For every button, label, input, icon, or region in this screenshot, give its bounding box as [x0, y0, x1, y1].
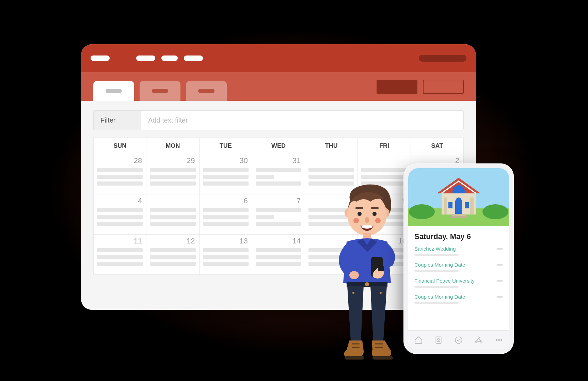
toolbar-secondary-button[interactable]	[423, 80, 464, 94]
day-header-thu: THU	[305, 138, 358, 154]
check-circle-icon[interactable]	[454, 336, 463, 345]
home-icon[interactable]	[414, 336, 423, 345]
event-subtext-placeholder	[414, 286, 459, 288]
svg-point-28	[482, 204, 508, 219]
window-topbar	[81, 44, 476, 72]
svg-rect-20	[372, 356, 393, 360]
calendar-day-headers: SUN MON TUE WED THU FRI SAT	[93, 138, 464, 154]
day-header-tue: TUE	[200, 138, 252, 154]
tab-3-label	[198, 89, 214, 93]
svg-point-7	[353, 218, 359, 223]
svg-point-42	[478, 337, 479, 338]
tab-1-label	[106, 89, 122, 93]
calendar-cell[interactable]: 14	[252, 235, 305, 275]
svg-point-12	[349, 271, 359, 279]
svg-point-9	[365, 217, 369, 223]
day-header-sun: SUN	[94, 138, 146, 154]
svg-point-16	[365, 282, 369, 286]
tab-bar	[81, 72, 476, 101]
calendar-cell[interactable]: 29	[146, 154, 199, 194]
network-icon[interactable]	[474, 336, 483, 345]
calendar-cell[interactable]: 30	[200, 154, 252, 194]
day-header-sat: SAT	[411, 138, 464, 154]
filter-row: Filter	[93, 110, 464, 130]
contacts-icon[interactable]	[434, 336, 443, 345]
tab-2-label	[152, 89, 168, 93]
svg-point-8	[375, 218, 381, 223]
svg-rect-38	[450, 216, 467, 218]
svg-rect-4	[371, 207, 379, 209]
event-title: Financial Peace University	[414, 278, 475, 284]
day-header-mon: MON	[146, 138, 199, 154]
svg-point-41	[455, 337, 462, 344]
svg-point-43	[475, 341, 477, 342]
tab-3[interactable]	[186, 81, 227, 101]
event-more-icon[interactable]	[497, 264, 503, 266]
filter-input[interactable]	[141, 111, 463, 130]
svg-rect-36	[465, 202, 469, 208]
phone-event-list: Saturday, May 6 Sanchez Wedding Couples …	[408, 226, 509, 330]
tab-1-active[interactable]	[93, 81, 134, 101]
calendar-cell[interactable]: 13	[200, 235, 252, 275]
svg-point-6	[372, 212, 377, 216]
event-more-icon[interactable]	[497, 296, 503, 298]
day-header-fri: FRI	[358, 138, 411, 154]
event-item[interactable]: Couples Morning Date	[414, 294, 503, 304]
topnav-item-2[interactable]	[161, 55, 178, 61]
calendar-cell[interactable]: 28	[94, 154, 146, 194]
svg-rect-35	[448, 202, 452, 208]
topnav-item-1[interactable]	[136, 55, 155, 61]
svg-point-40	[438, 338, 439, 340]
calendar-cell[interactable]: 12	[146, 235, 199, 275]
event-subtext-placeholder	[414, 302, 459, 304]
event-item[interactable]: Financial Peace University	[414, 278, 503, 288]
event-item[interactable]: Sanchez Wedding	[414, 246, 503, 256]
calendar-cell[interactable]: 11	[94, 235, 146, 275]
calendar-cell[interactable]: 6	[200, 194, 252, 235]
phone-mockup: Saturday, May 6 Sanchez Wedding Couples …	[403, 163, 514, 354]
svg-rect-3	[355, 207, 363, 209]
calendar-cell[interactable]: 7	[252, 194, 305, 235]
svg-point-44	[481, 341, 482, 342]
event-subtext-placeholder	[414, 270, 459, 272]
tab-2[interactable]	[140, 81, 180, 101]
svg-rect-33	[444, 197, 447, 215]
svg-rect-34	[470, 197, 474, 215]
event-title: Sanchez Wedding	[414, 246, 456, 252]
event-title: Couples Morning Date	[414, 294, 465, 300]
calendar-cell[interactable]	[146, 194, 199, 235]
phone-hero-illustration	[408, 168, 509, 226]
person-illustration	[323, 180, 411, 364]
svg-rect-37	[452, 214, 465, 216]
event-more-icon[interactable]	[497, 248, 503, 250]
toolbar-primary-button[interactable]	[377, 80, 417, 94]
topnav-item-3[interactable]	[184, 55, 203, 61]
svg-rect-14	[378, 266, 384, 271]
calendar-cell[interactable]: 31	[252, 154, 305, 194]
svg-rect-10	[362, 225, 372, 228]
svg-point-17	[352, 292, 354, 294]
svg-rect-19	[345, 356, 364, 360]
more-icon[interactable]	[494, 336, 503, 345]
app-logo-placeholder	[91, 55, 110, 61]
phone-bottom-nav	[408, 330, 509, 349]
event-more-icon[interactable]	[497, 280, 503, 282]
event-subtext-placeholder	[414, 254, 459, 256]
calendar-cell[interactable]: 4	[94, 194, 146, 235]
event-item[interactable]: Couples Morning Date	[414, 262, 503, 272]
topnav-user-menu[interactable]	[419, 55, 466, 62]
filter-label: Filter	[94, 111, 141, 130]
day-header-wed: WED	[252, 138, 305, 154]
svg-point-27	[409, 204, 435, 219]
event-title: Couples Morning Date	[414, 262, 465, 268]
svg-point-5	[357, 212, 362, 216]
svg-point-18	[380, 292, 382, 294]
phone-date-heading: Saturday, May 6	[414, 232, 503, 241]
